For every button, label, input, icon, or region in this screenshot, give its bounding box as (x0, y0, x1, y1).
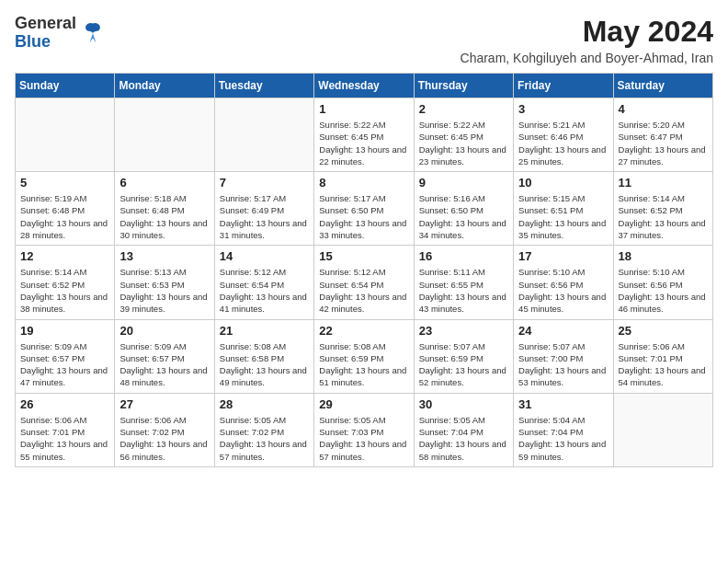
calendar-day-cell: 26Sunrise: 5:06 AMSunset: 7:01 PMDayligh… (16, 393, 115, 466)
calendar-day-cell: 20Sunrise: 5:09 AMSunset: 6:57 PMDayligh… (115, 319, 214, 393)
day-info: Sunrise: 5:21 AMSunset: 6:46 PMDaylight:… (518, 119, 608, 167)
day-info: Sunrise: 5:09 AMSunset: 6:57 PMDaylight:… (20, 340, 109, 389)
location: Charam, Kohgiluyeh and Boyer-Ahmad, Iran (461, 51, 713, 65)
calendar-day-cell: 17Sunrise: 5:10 AMSunset: 6:56 PMDayligh… (514, 246, 613, 319)
calendar-day-header: Friday (514, 74, 613, 98)
day-number: 11 (619, 176, 708, 190)
calendar-day-cell: 14Sunrise: 5:12 AMSunset: 6:54 PMDayligh… (214, 246, 313, 319)
calendar-week-row: 19Sunrise: 5:09 AMSunset: 6:57 PMDayligh… (16, 319, 713, 393)
day-number: 5 (20, 176, 109, 190)
day-number: 16 (419, 249, 508, 263)
day-number: 13 (119, 249, 209, 263)
day-info: Sunrise: 5:17 AMSunset: 6:50 PMDaylight:… (319, 192, 408, 241)
day-info: Sunrise: 5:12 AMSunset: 6:54 PMDaylight:… (319, 266, 408, 315)
calendar-day-header: Wednesday (314, 74, 414, 98)
logo-general: General (15, 14, 76, 32)
calendar-day-cell: 9Sunrise: 5:16 AMSunset: 6:50 PMDaylight… (414, 172, 513, 246)
day-number: 10 (518, 176, 608, 190)
calendar-day-cell: 8Sunrise: 5:17 AMSunset: 6:50 PMDaylight… (314, 172, 414, 246)
day-number: 29 (319, 397, 408, 411)
day-number: 20 (119, 324, 209, 338)
calendar-day-cell: 25Sunrise: 5:06 AMSunset: 7:01 PMDayligh… (613, 319, 712, 393)
day-number: 15 (319, 249, 408, 263)
day-number: 24 (518, 324, 608, 338)
calendar-day-cell (214, 98, 313, 172)
calendar-day-cell: 31Sunrise: 5:04 AMSunset: 7:04 PMDayligh… (514, 393, 613, 466)
day-info: Sunrise: 5:05 AMSunset: 7:04 PMDaylight:… (419, 414, 508, 463)
day-info: Sunrise: 5:18 AMSunset: 6:48 PMDaylight:… (119, 192, 209, 241)
day-number: 26 (20, 397, 109, 411)
day-info: Sunrise: 5:22 AMSunset: 6:45 PMDaylight:… (419, 119, 508, 167)
calendar-week-row: 26Sunrise: 5:06 AMSunset: 7:01 PMDayligh… (16, 393, 713, 466)
calendar-day-cell: 18Sunrise: 5:10 AMSunset: 6:56 PMDayligh… (613, 246, 712, 319)
calendar-day-cell (613, 393, 712, 466)
day-info: Sunrise: 5:17 AMSunset: 6:49 PMDaylight:… (220, 192, 309, 241)
day-number: 18 (619, 249, 708, 263)
day-info: Sunrise: 5:10 AMSunset: 6:56 PMDaylight:… (619, 266, 708, 315)
day-info: Sunrise: 5:07 AMSunset: 6:59 PMDaylight:… (419, 340, 508, 389)
day-number: 8 (319, 176, 408, 190)
day-info: Sunrise: 5:08 AMSunset: 6:59 PMDaylight:… (319, 340, 408, 389)
title-block: May 2024 Charam, Kohgiluyeh and Boyer-Ah… (461, 15, 713, 65)
day-info: Sunrise: 5:16 AMSunset: 6:50 PMDaylight:… (419, 192, 508, 241)
day-info: Sunrise: 5:11 AMSunset: 6:55 PMDaylight:… (419, 266, 508, 315)
calendar-day-header: Thursday (414, 74, 513, 98)
day-info: Sunrise: 5:22 AMSunset: 6:45 PMDaylight:… (319, 119, 408, 167)
day-info: Sunrise: 5:09 AMSunset: 6:57 PMDaylight:… (119, 340, 209, 389)
calendar-day-header: Monday (115, 74, 214, 98)
logo-text: General Blue (15, 15, 76, 52)
calendar-day-cell: 7Sunrise: 5:17 AMSunset: 6:49 PMDaylight… (214, 172, 313, 246)
day-info: Sunrise: 5:05 AMSunset: 7:02 PMDaylight:… (220, 414, 309, 463)
calendar-day-cell: 16Sunrise: 5:11 AMSunset: 6:55 PMDayligh… (414, 246, 513, 319)
calendar-day-cell: 30Sunrise: 5:05 AMSunset: 7:04 PMDayligh… (414, 393, 513, 466)
day-number: 17 (518, 249, 608, 263)
day-info: Sunrise: 5:14 AMSunset: 6:52 PMDaylight:… (619, 192, 708, 241)
calendar-day-cell: 15Sunrise: 5:12 AMSunset: 6:54 PMDayligh… (314, 246, 414, 319)
calendar-day-cell: 23Sunrise: 5:07 AMSunset: 6:59 PMDayligh… (414, 319, 513, 393)
calendar-body: 1Sunrise: 5:22 AMSunset: 6:45 PMDaylight… (16, 98, 713, 467)
day-number: 30 (419, 397, 508, 411)
calendar-header-row: SundayMondayTuesdayWednesdayThursdayFrid… (16, 74, 713, 98)
day-info: Sunrise: 5:12 AMSunset: 6:54 PMDaylight:… (220, 266, 309, 315)
calendar-day-cell: 13Sunrise: 5:13 AMSunset: 6:53 PMDayligh… (115, 246, 214, 319)
calendar-day-header: Tuesday (214, 74, 313, 98)
calendar-day-cell: 28Sunrise: 5:05 AMSunset: 7:02 PMDayligh… (214, 393, 313, 466)
day-number: 3 (518, 102, 608, 116)
day-number: 9 (419, 176, 508, 190)
day-number: 12 (20, 249, 109, 263)
day-info: Sunrise: 5:10 AMSunset: 6:56 PMDaylight:… (518, 266, 608, 315)
day-info: Sunrise: 5:13 AMSunset: 6:53 PMDaylight:… (119, 266, 209, 315)
day-info: Sunrise: 5:15 AMSunset: 6:51 PMDaylight:… (518, 192, 608, 241)
calendar-day-cell: 19Sunrise: 5:09 AMSunset: 6:57 PMDayligh… (16, 319, 115, 393)
day-number: 19 (20, 324, 109, 338)
day-number: 2 (419, 102, 508, 116)
calendar-day-cell (115, 98, 214, 172)
calendar-day-cell: 1Sunrise: 5:22 AMSunset: 6:45 PMDaylight… (314, 98, 414, 172)
day-number: 27 (119, 397, 209, 411)
calendar-day-cell: 2Sunrise: 5:22 AMSunset: 6:45 PMDaylight… (414, 98, 513, 172)
calendar-table: SundayMondayTuesdayWednesdayThursdayFrid… (15, 73, 713, 467)
calendar-week-row: 5Sunrise: 5:19 AMSunset: 6:48 PMDaylight… (16, 172, 713, 246)
calendar-day-cell: 5Sunrise: 5:19 AMSunset: 6:48 PMDaylight… (16, 172, 115, 246)
calendar-day-cell: 3Sunrise: 5:21 AMSunset: 6:46 PMDaylight… (514, 98, 613, 172)
calendar-week-row: 12Sunrise: 5:14 AMSunset: 6:52 PMDayligh… (16, 246, 713, 319)
calendar-day-cell: 27Sunrise: 5:06 AMSunset: 7:02 PMDayligh… (115, 393, 214, 466)
day-number: 4 (619, 102, 708, 116)
calendar-day-cell: 22Sunrise: 5:08 AMSunset: 6:59 PMDayligh… (314, 319, 414, 393)
calendar-day-cell (16, 98, 115, 172)
day-info: Sunrise: 5:08 AMSunset: 6:58 PMDaylight:… (220, 340, 309, 389)
logo: General Blue (15, 15, 106, 52)
day-number: 28 (220, 397, 309, 411)
day-number: 14 (220, 249, 309, 263)
day-info: Sunrise: 5:05 AMSunset: 7:03 PMDaylight:… (319, 414, 408, 463)
day-info: Sunrise: 5:06 AMSunset: 7:01 PMDaylight:… (20, 414, 109, 463)
day-info: Sunrise: 5:07 AMSunset: 7:00 PMDaylight:… (518, 340, 608, 389)
day-number: 22 (319, 324, 408, 338)
calendar-day-cell: 10Sunrise: 5:15 AMSunset: 6:51 PMDayligh… (514, 172, 613, 246)
day-number: 6 (119, 176, 209, 190)
calendar-day-cell: 6Sunrise: 5:18 AMSunset: 6:48 PMDaylight… (115, 172, 214, 246)
page-header: General Blue May 2024 Charam, Kohgiluyeh… (15, 15, 713, 65)
logo-bird-icon (80, 20, 106, 46)
day-number: 21 (220, 324, 309, 338)
calendar-day-cell: 21Sunrise: 5:08 AMSunset: 6:58 PMDayligh… (214, 319, 313, 393)
